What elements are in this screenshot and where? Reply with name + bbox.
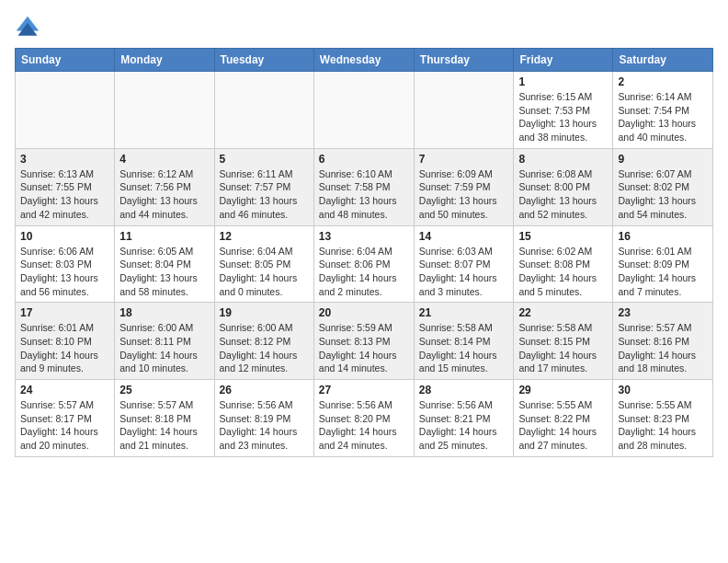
calendar-cell: 27Sunrise: 5:56 AM Sunset: 8:20 PM Dayli… bbox=[313, 380, 414, 457]
calendar-cell: 26Sunrise: 5:56 AM Sunset: 8:19 PM Dayli… bbox=[214, 380, 313, 457]
calendar-cell: 10Sunrise: 6:06 AM Sunset: 8:03 PM Dayli… bbox=[16, 225, 115, 303]
calendar-cell: 21Sunrise: 5:58 AM Sunset: 8:14 PM Dayli… bbox=[414, 303, 514, 380]
day-info: Sunrise: 6:15 AM Sunset: 7:53 PM Dayligh… bbox=[518, 90, 608, 144]
day-info: Sunrise: 5:59 AM Sunset: 8:13 PM Dayligh… bbox=[319, 321, 409, 375]
day-number: 3 bbox=[20, 153, 109, 166]
day-info: Sunrise: 6:10 AM Sunset: 7:58 PM Dayligh… bbox=[319, 167, 409, 222]
calendar-cell: 6Sunrise: 6:10 AM Sunset: 7:58 PM Daylig… bbox=[313, 148, 414, 225]
day-number: 24 bbox=[20, 384, 109, 396]
day-info: Sunrise: 6:00 AM Sunset: 8:12 PM Dayligh… bbox=[220, 321, 309, 375]
calendar-cell: 13Sunrise: 6:04 AM Sunset: 8:06 PM Dayli… bbox=[313, 225, 414, 303]
calendar-cell: 11Sunrise: 6:05 AM Sunset: 8:04 PM Dayli… bbox=[115, 225, 214, 303]
calendar-header-thursday: Thursday bbox=[414, 49, 514, 72]
calendar-cell: 5Sunrise: 6:11 AM Sunset: 7:57 PM Daylig… bbox=[214, 148, 313, 225]
day-info: Sunrise: 6:04 AM Sunset: 8:05 PM Dayligh… bbox=[220, 245, 309, 299]
calendar-header-sunday: Sunday bbox=[16, 49, 115, 72]
day-info: Sunrise: 6:04 AM Sunset: 8:06 PM Dayligh… bbox=[319, 245, 409, 299]
logo bbox=[15, 15, 44, 40]
day-number: 10 bbox=[20, 230, 109, 243]
logo-icon bbox=[15, 15, 40, 40]
day-info: Sunrise: 6:08 AM Sunset: 8:00 PM Dayligh… bbox=[518, 167, 608, 222]
day-info: Sunrise: 5:57 AM Sunset: 8:16 PM Dayligh… bbox=[618, 321, 708, 375]
day-number: 16 bbox=[618, 230, 708, 243]
day-number: 19 bbox=[220, 306, 309, 319]
day-number: 29 bbox=[518, 384, 608, 396]
calendar-cell: 15Sunrise: 6:02 AM Sunset: 8:08 PM Dayli… bbox=[514, 225, 613, 303]
calendar-cell: 16Sunrise: 6:01 AM Sunset: 8:09 PM Dayli… bbox=[613, 225, 713, 303]
calendar-header-friday: Friday bbox=[514, 49, 613, 72]
day-info: Sunrise: 5:55 AM Sunset: 8:23 PM Dayligh… bbox=[618, 398, 708, 453]
day-info: Sunrise: 6:09 AM Sunset: 7:59 PM Dayligh… bbox=[419, 167, 509, 222]
calendar-cell: 22Sunrise: 5:58 AM Sunset: 8:15 PM Dayli… bbox=[514, 303, 613, 380]
day-info: Sunrise: 5:57 AM Sunset: 8:17 PM Dayligh… bbox=[20, 398, 109, 453]
day-number: 13 bbox=[319, 230, 409, 243]
calendar-cell bbox=[115, 72, 214, 149]
day-number: 11 bbox=[119, 230, 209, 243]
day-info: Sunrise: 6:11 AM Sunset: 7:57 PM Dayligh… bbox=[220, 167, 309, 222]
day-number: 4 bbox=[119, 153, 209, 166]
day-number: 21 bbox=[419, 306, 509, 319]
day-number: 8 bbox=[518, 153, 608, 166]
day-number: 12 bbox=[220, 230, 309, 243]
calendar-cell: 18Sunrise: 6:00 AM Sunset: 8:11 PM Dayli… bbox=[115, 303, 214, 380]
day-info: Sunrise: 5:55 AM Sunset: 8:22 PM Dayligh… bbox=[518, 398, 608, 453]
calendar-week-row: 24Sunrise: 5:57 AM Sunset: 8:17 PM Dayli… bbox=[16, 380, 713, 457]
day-number: 6 bbox=[319, 153, 409, 166]
day-info: Sunrise: 6:01 AM Sunset: 8:09 PM Dayligh… bbox=[618, 245, 708, 299]
day-number: 20 bbox=[319, 306, 409, 319]
day-number: 2 bbox=[618, 75, 708, 88]
day-info: Sunrise: 6:02 AM Sunset: 8:08 PM Dayligh… bbox=[518, 245, 608, 299]
day-info: Sunrise: 5:58 AM Sunset: 8:14 PM Dayligh… bbox=[419, 321, 509, 375]
calendar-cell: 17Sunrise: 6:01 AM Sunset: 8:10 PM Dayli… bbox=[16, 303, 115, 380]
calendar-header-tuesday: Tuesday bbox=[214, 49, 313, 72]
day-info: Sunrise: 5:56 AM Sunset: 8:19 PM Dayligh… bbox=[220, 398, 309, 453]
calendar-week-row: 1Sunrise: 6:15 AM Sunset: 7:53 PM Daylig… bbox=[16, 72, 713, 149]
calendar-cell bbox=[313, 72, 414, 149]
calendar-header-monday: Monday bbox=[115, 49, 214, 72]
day-number: 7 bbox=[419, 153, 509, 166]
day-info: Sunrise: 6:06 AM Sunset: 8:03 PM Dayligh… bbox=[20, 245, 109, 299]
day-number: 17 bbox=[20, 306, 109, 319]
calendar-week-row: 3Sunrise: 6:13 AM Sunset: 7:55 PM Daylig… bbox=[16, 148, 713, 225]
day-number: 28 bbox=[419, 384, 509, 396]
day-info: Sunrise: 5:57 AM Sunset: 8:18 PM Dayligh… bbox=[119, 398, 209, 453]
calendar-cell: 12Sunrise: 6:04 AM Sunset: 8:05 PM Dayli… bbox=[214, 225, 313, 303]
calendar-cell: 24Sunrise: 5:57 AM Sunset: 8:17 PM Dayli… bbox=[16, 380, 115, 457]
calendar-cell: 1Sunrise: 6:15 AM Sunset: 7:53 PM Daylig… bbox=[514, 72, 613, 149]
calendar-cell: 19Sunrise: 6:00 AM Sunset: 8:12 PM Dayli… bbox=[214, 303, 313, 380]
calendar-cell bbox=[16, 72, 115, 149]
calendar-cell: 25Sunrise: 5:57 AM Sunset: 8:18 PM Dayli… bbox=[115, 380, 214, 457]
day-number: 1 bbox=[518, 75, 608, 88]
calendar-cell: 7Sunrise: 6:09 AM Sunset: 7:59 PM Daylig… bbox=[414, 148, 514, 225]
calendar-cell: 29Sunrise: 5:55 AM Sunset: 8:22 PM Dayli… bbox=[514, 380, 613, 457]
day-number: 30 bbox=[618, 384, 708, 396]
day-info: Sunrise: 6:13 AM Sunset: 7:55 PM Dayligh… bbox=[20, 167, 109, 222]
calendar-header-wednesday: Wednesday bbox=[313, 49, 414, 72]
day-info: Sunrise: 6:03 AM Sunset: 8:07 PM Dayligh… bbox=[419, 245, 509, 299]
page-header bbox=[15, 15, 713, 40]
calendar-cell: 9Sunrise: 6:07 AM Sunset: 8:02 PM Daylig… bbox=[613, 148, 713, 225]
calendar-week-row: 10Sunrise: 6:06 AM Sunset: 8:03 PM Dayli… bbox=[16, 225, 713, 303]
day-info: Sunrise: 6:00 AM Sunset: 8:11 PM Dayligh… bbox=[119, 321, 209, 375]
day-info: Sunrise: 6:14 AM Sunset: 7:54 PM Dayligh… bbox=[618, 90, 708, 144]
day-number: 5 bbox=[220, 153, 309, 166]
calendar: SundayMondayTuesdayWednesdayThursdayFrid… bbox=[15, 48, 713, 457]
calendar-week-row: 17Sunrise: 6:01 AM Sunset: 8:10 PM Dayli… bbox=[16, 303, 713, 380]
day-number: 18 bbox=[119, 306, 209, 319]
day-number: 14 bbox=[419, 230, 509, 243]
calendar-cell: 23Sunrise: 5:57 AM Sunset: 8:16 PM Dayli… bbox=[613, 303, 713, 380]
calendar-cell: 4Sunrise: 6:12 AM Sunset: 7:56 PM Daylig… bbox=[115, 148, 214, 225]
day-number: 23 bbox=[618, 306, 708, 319]
day-number: 25 bbox=[119, 384, 209, 396]
day-info: Sunrise: 5:56 AM Sunset: 8:21 PM Dayligh… bbox=[419, 398, 509, 453]
day-number: 9 bbox=[618, 153, 708, 166]
calendar-cell: 30Sunrise: 5:55 AM Sunset: 8:23 PM Dayli… bbox=[613, 380, 713, 457]
day-info: Sunrise: 6:01 AM Sunset: 8:10 PM Dayligh… bbox=[20, 321, 109, 375]
calendar-cell bbox=[414, 72, 514, 149]
calendar-cell: 20Sunrise: 5:59 AM Sunset: 8:13 PM Dayli… bbox=[313, 303, 414, 380]
day-number: 15 bbox=[518, 230, 608, 243]
calendar-header-row: SundayMondayTuesdayWednesdayThursdayFrid… bbox=[16, 49, 713, 72]
calendar-cell: 3Sunrise: 6:13 AM Sunset: 7:55 PM Daylig… bbox=[16, 148, 115, 225]
calendar-cell: 2Sunrise: 6:14 AM Sunset: 7:54 PM Daylig… bbox=[613, 72, 713, 149]
calendar-cell: 14Sunrise: 6:03 AM Sunset: 8:07 PM Dayli… bbox=[414, 225, 514, 303]
